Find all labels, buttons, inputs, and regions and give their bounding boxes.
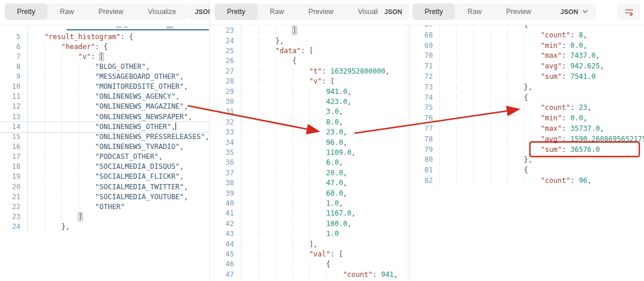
json-number: 1109.0 — [326, 148, 352, 157]
line-source: 47.0, — [240, 178, 410, 188]
indent-guides — [242, 250, 309, 258]
json-key: "max" — [540, 51, 562, 60]
json-punctuation: , — [343, 169, 347, 177]
code-line: 73 }, — [410, 82, 644, 93]
indent-guides — [242, 199, 326, 207]
line-source: "avg": 1590.2608695652175, — [439, 134, 644, 145]
line-number: 32 — [210, 117, 240, 127]
indent-guides — [439, 93, 524, 102]
tab-pretty[interactable]: Pretty — [412, 4, 455, 20]
tab-preview[interactable]: Preview — [494, 4, 543, 20]
wrap-text-button[interactable] — [617, 4, 640, 20]
tab-pretty[interactable]: Pretty — [215, 4, 257, 20]
tab-raw[interactable]: Raw — [455, 4, 494, 20]
line-source: "SOCIALMEDIA_DISQUS", — [27, 162, 209, 172]
clipped-text-fragment — [124, 26, 128, 28]
indent-guides — [27, 33, 44, 41]
postman-response-collage: { "panels": [ { "id": "p1", "toolbar": {… — [0, 0, 644, 281]
code-lines: 5 "result_histogram": {6 "header": {7 "v… — [0, 32, 209, 233]
json-number: 20.0 — [326, 169, 343, 177]
indent-guides — [242, 26, 292, 34]
indent-guides — [242, 57, 292, 65]
line-number: 12 — [0, 102, 27, 112]
json-punctuation: : — [562, 51, 570, 60]
indent-guides — [27, 172, 95, 181]
json-punctuation: , — [339, 107, 343, 116]
indent-guides — [242, 138, 326, 147]
json-punctuation: , — [394, 270, 398, 279]
json-key: "min" — [540, 41, 562, 50]
tab-pretty[interactable]: Pretty — [5, 4, 47, 20]
indent-guides — [242, 148, 326, 157]
json-punctuation: ] — [309, 240, 314, 248]
body-format-dropdown[interactable]: JSON — [188, 4, 209, 20]
json-number: 942.625 — [570, 62, 600, 70]
indent-guides — [439, 72, 540, 81]
json-number: 3.0 — [326, 107, 339, 116]
json-number: 6.0 — [326, 158, 339, 166]
json-string: "ONLINENEWS_PRESSRELEASES" — [95, 133, 205, 141]
line-number: 21 — [0, 192, 27, 202]
tab-raw[interactable]: Raw — [47, 4, 86, 20]
json-key: "val" — [309, 250, 330, 258]
line-source: "avg": 942.625, — [439, 61, 644, 72]
line-source: 1167.0, — [240, 209, 410, 218]
indent-guides — [27, 43, 61, 51]
indent-guides — [27, 113, 95, 121]
json-key: "t" — [309, 67, 322, 75]
json-punctuation: } — [61, 223, 66, 231]
body-format-dropdown[interactable]: JSON — [378, 4, 409, 20]
line-source: "ONLINENEWS_TVRADIO", — [27, 142, 209, 152]
line-source: 1.0, — [240, 199, 410, 209]
code-line: 12 "ONLINENEWS_MAGAZINE", — [0, 102, 209, 112]
indent-guides — [27, 92, 95, 100]
line-source: "data": [ — [240, 46, 410, 56]
tab-raw[interactable]: Raw — [257, 4, 296, 20]
code-line: 14 "ONLINENEWS_OTHER", — [0, 122, 209, 132]
json-punctuation: , — [587, 176, 591, 185]
json-string: "SOCIALMEDIA_TWITTER" — [95, 183, 184, 191]
line-source: { — [439, 93, 644, 103]
indent-guides — [242, 260, 326, 268]
line-number: 17 — [0, 152, 27, 162]
indent-guides — [242, 270, 343, 279]
line-number: 37 — [210, 168, 240, 178]
tab-preview[interactable]: Preview — [296, 4, 346, 20]
line-source: 8.0, — [240, 117, 410, 127]
text-cursor — [175, 123, 176, 130]
json-punctuation: , — [385, 67, 390, 75]
code-line: 77 "max": 35737.0, — [410, 124, 644, 134]
json-punctuation: { — [524, 93, 528, 102]
line-number: 35 — [210, 148, 240, 158]
line-source: "sum": 36576.0 — [439, 145, 644, 155]
line-source: "count": 8, — [439, 30, 644, 41]
line-number: 71 — [410, 61, 439, 72]
json-punctuation: : — [562, 62, 570, 70]
line-number: 8 — [0, 62, 27, 72]
response-toolbar: PrettyRawPreviewVisualizeJSON — [410, 0, 644, 25]
json-punctuation: : — [91, 53, 99, 61]
code-line: 19 "SOCIALMEDIA_FLICKR", — [0, 172, 209, 182]
line-source: "v": [ — [27, 52, 209, 62]
line-number: 38 — [210, 178, 240, 188]
json-punctuation: , — [595, 51, 600, 60]
code-line: 72 "sum": 7541.0 — [410, 72, 644, 82]
json-punctuation: , — [347, 220, 352, 228]
json-key: "count" — [540, 31, 570, 39]
indent-guides — [242, 240, 309, 248]
code-line: 24 }, — [0, 222, 209, 232]
json-punctuation: : — [322, 77, 330, 85]
json-punctuation: , — [352, 148, 356, 157]
json-string: "OTHER" — [95, 203, 125, 211]
tab-preview[interactable]: Preview — [86, 4, 136, 20]
tab-visualize[interactable]: Visualize — [136, 4, 188, 20]
json-number: 423.0 — [326, 98, 347, 106]
body-format-dropdown[interactable]: JSON — [554, 4, 594, 20]
body-format-label: JSON — [384, 8, 402, 15]
line-number: 22 — [0, 202, 27, 212]
line-number: 42 — [210, 219, 240, 229]
line-number: 36 — [210, 158, 240, 168]
indent-guides — [27, 223, 61, 231]
code-line: 81 { — [410, 165, 644, 176]
code-line: 18 "SOCIALMEDIA_DISQUS", — [0, 162, 209, 172]
